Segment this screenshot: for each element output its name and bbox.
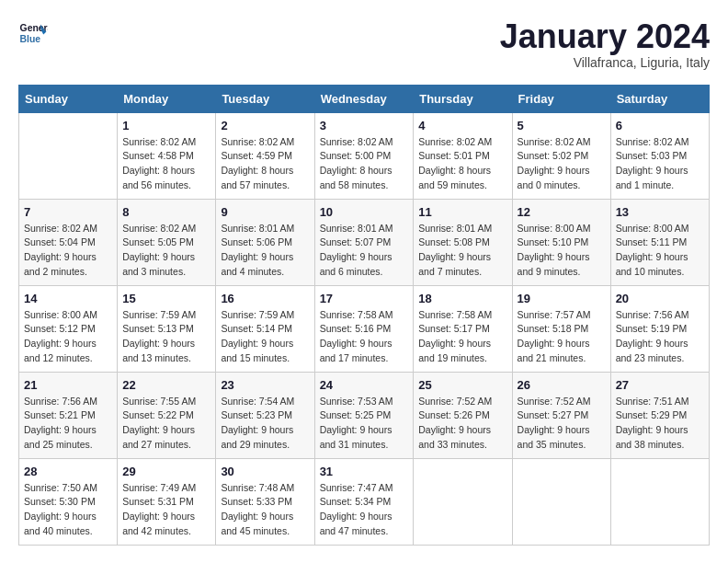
day-detail: Sunrise: 8:02 AMSunset: 5:03 PMDaylight:…: [616, 135, 704, 193]
day-cell: 8Sunrise: 8:02 AMSunset: 5:05 PMDaylight…: [118, 199, 216, 285]
day-number: 22: [122, 378, 210, 392]
day-detail: Sunrise: 7:52 AMSunset: 5:26 PMDaylight:…: [418, 395, 506, 453]
day-detail: Sunrise: 8:02 AMSunset: 5:01 PMDaylight:…: [418, 135, 506, 193]
day-cell: [414, 458, 512, 545]
logo-icon: General Blue: [18, 18, 48, 48]
day-cell: 28Sunrise: 7:50 AMSunset: 5:30 PMDayligh…: [19, 458, 118, 545]
day-detail: Sunrise: 8:00 AMSunset: 5:12 PMDaylight:…: [24, 308, 112, 366]
day-cell: 11Sunrise: 8:01 AMSunset: 5:08 PMDayligh…: [414, 199, 512, 285]
day-cell: 22Sunrise: 7:55 AMSunset: 5:22 PMDayligh…: [118, 372, 216, 458]
header-cell-wednesday: Wednesday: [314, 85, 414, 112]
day-number: 18: [418, 292, 506, 305]
day-detail: Sunrise: 7:56 AMSunset: 5:19 PMDaylight:…: [616, 308, 704, 366]
day-cell: 24Sunrise: 7:53 AMSunset: 5:25 PMDayligh…: [314, 372, 414, 458]
svg-text:Blue: Blue: [20, 34, 41, 44]
day-cell: [610, 458, 709, 545]
day-detail: Sunrise: 7:52 AMSunset: 5:27 PMDaylight:…: [518, 395, 606, 453]
day-cell: 3Sunrise: 8:02 AMSunset: 5:00 PMDaylight…: [314, 112, 414, 199]
day-number: 6: [616, 119, 704, 132]
day-cell: 13Sunrise: 8:00 AMSunset: 5:11 PMDayligh…: [610, 199, 709, 285]
day-cell: 20Sunrise: 7:56 AMSunset: 5:19 PMDayligh…: [610, 285, 709, 372]
day-detail: Sunrise: 7:59 AMSunset: 5:13 PMDaylight:…: [122, 308, 210, 366]
day-detail: Sunrise: 8:02 AMSunset: 5:00 PMDaylight:…: [320, 135, 409, 193]
day-detail: Sunrise: 8:02 AMSunset: 4:59 PMDaylight:…: [221, 135, 309, 193]
day-detail: Sunrise: 7:51 AMSunset: 5:29 PMDaylight:…: [616, 395, 704, 453]
day-detail: Sunrise: 7:59 AMSunset: 5:14 PMDaylight:…: [221, 308, 309, 366]
week-row-3: 14Sunrise: 8:00 AMSunset: 5:12 PMDayligh…: [19, 285, 710, 372]
day-cell: 29Sunrise: 7:49 AMSunset: 5:31 PMDayligh…: [118, 458, 216, 545]
day-number: 24: [320, 378, 409, 392]
calendar-table: SundayMondayTuesdayWednesdayThursdayFrid…: [18, 85, 710, 546]
day-number: 12: [518, 205, 606, 219]
day-number: 3: [320, 119, 409, 132]
day-number: 15: [122, 292, 210, 305]
day-number: 13: [616, 205, 704, 219]
day-cell: [19, 112, 118, 199]
day-cell: 30Sunrise: 7:48 AMSunset: 5:33 PMDayligh…: [216, 458, 314, 545]
day-cell: 25Sunrise: 7:52 AMSunset: 5:26 PMDayligh…: [414, 372, 512, 458]
day-number: 14: [24, 292, 112, 305]
day-cell: 27Sunrise: 7:51 AMSunset: 5:29 PMDayligh…: [610, 372, 709, 458]
day-number: 21: [24, 378, 112, 392]
header-row: SundayMondayTuesdayWednesdayThursdayFrid…: [19, 85, 710, 112]
day-number: 19: [518, 292, 606, 305]
day-cell: 17Sunrise: 7:58 AMSunset: 5:16 PMDayligh…: [314, 285, 414, 372]
day-detail: Sunrise: 7:57 AMSunset: 5:18 PMDaylight:…: [518, 308, 606, 366]
day-cell: 9Sunrise: 8:01 AMSunset: 5:06 PMDaylight…: [216, 199, 314, 285]
day-number: 16: [221, 292, 309, 305]
day-number: 11: [418, 205, 506, 219]
day-number: 26: [518, 378, 606, 392]
title-block: January 2024 Villafranca, Liguria, Italy: [500, 18, 710, 70]
day-detail: Sunrise: 7:58 AMSunset: 5:17 PMDaylight:…: [418, 308, 506, 366]
day-detail: Sunrise: 8:01 AMSunset: 5:06 PMDaylight:…: [221, 222, 309, 280]
day-cell: 31Sunrise: 7:47 AMSunset: 5:34 PMDayligh…: [314, 458, 414, 545]
day-number: 9: [221, 205, 309, 219]
day-cell: 4Sunrise: 8:02 AMSunset: 5:01 PMDaylight…: [414, 112, 512, 199]
day-number: 28: [24, 465, 112, 478]
month-title: January 2024: [500, 18, 710, 55]
logo: General Blue: [18, 18, 48, 48]
location-subtitle: Villafranca, Liguria, Italy: [500, 55, 710, 70]
day-detail: Sunrise: 7:48 AMSunset: 5:33 PMDaylight:…: [221, 481, 309, 539]
day-cell: 23Sunrise: 7:54 AMSunset: 5:23 PMDayligh…: [216, 372, 314, 458]
header-cell-monday: Monday: [118, 85, 216, 112]
day-cell: 21Sunrise: 7:56 AMSunset: 5:21 PMDayligh…: [19, 372, 118, 458]
header-cell-thursday: Thursday: [414, 85, 512, 112]
header-cell-saturday: Saturday: [610, 85, 709, 112]
day-number: 30: [221, 465, 309, 478]
week-row-2: 7Sunrise: 8:02 AMSunset: 5:04 PMDaylight…: [19, 199, 710, 285]
day-detail: Sunrise: 7:55 AMSunset: 5:22 PMDaylight:…: [122, 395, 210, 453]
day-cell: 2Sunrise: 8:02 AMSunset: 4:59 PMDaylight…: [216, 112, 314, 199]
week-row-1: 1Sunrise: 8:02 AMSunset: 4:58 PMDaylight…: [19, 112, 710, 199]
day-cell: 12Sunrise: 8:00 AMSunset: 5:10 PMDayligh…: [512, 199, 610, 285]
day-detail: Sunrise: 8:01 AMSunset: 5:08 PMDaylight:…: [418, 222, 506, 280]
day-number: 5: [518, 119, 606, 132]
header-cell-sunday: Sunday: [19, 85, 118, 112]
day-number: 2: [221, 119, 309, 132]
day-cell: 1Sunrise: 8:02 AMSunset: 4:58 PMDaylight…: [118, 112, 216, 199]
day-cell: 18Sunrise: 7:58 AMSunset: 5:17 PMDayligh…: [414, 285, 512, 372]
day-detail: Sunrise: 8:02 AMSunset: 5:04 PMDaylight:…: [24, 222, 112, 280]
week-row-4: 21Sunrise: 7:56 AMSunset: 5:21 PMDayligh…: [19, 372, 710, 458]
day-number: 17: [320, 292, 409, 305]
day-cell: 16Sunrise: 7:59 AMSunset: 5:14 PMDayligh…: [216, 285, 314, 372]
day-cell: 7Sunrise: 8:02 AMSunset: 5:04 PMDaylight…: [19, 199, 118, 285]
day-number: 20: [616, 292, 704, 305]
day-detail: Sunrise: 7:56 AMSunset: 5:21 PMDaylight:…: [24, 395, 112, 453]
day-number: 29: [122, 465, 210, 478]
day-cell: 6Sunrise: 8:02 AMSunset: 5:03 PMDaylight…: [610, 112, 709, 199]
day-detail: Sunrise: 7:58 AMSunset: 5:16 PMDaylight:…: [320, 308, 409, 366]
header-cell-friday: Friday: [512, 85, 610, 112]
day-detail: Sunrise: 8:00 AMSunset: 5:10 PMDaylight:…: [518, 222, 606, 280]
day-number: 31: [320, 465, 409, 478]
day-number: 10: [320, 205, 409, 219]
page-header: General Blue January 2024 Villafranca, L…: [18, 18, 710, 70]
day-detail: Sunrise: 7:53 AMSunset: 5:25 PMDaylight:…: [320, 395, 409, 453]
day-number: 8: [122, 205, 210, 219]
day-cell: [512, 458, 610, 545]
day-detail: Sunrise: 8:02 AMSunset: 4:58 PMDaylight:…: [122, 135, 210, 193]
day-number: 27: [616, 378, 704, 392]
day-number: 4: [418, 119, 506, 132]
day-detail: Sunrise: 8:00 AMSunset: 5:11 PMDaylight:…: [616, 222, 704, 280]
day-number: 7: [24, 205, 112, 219]
